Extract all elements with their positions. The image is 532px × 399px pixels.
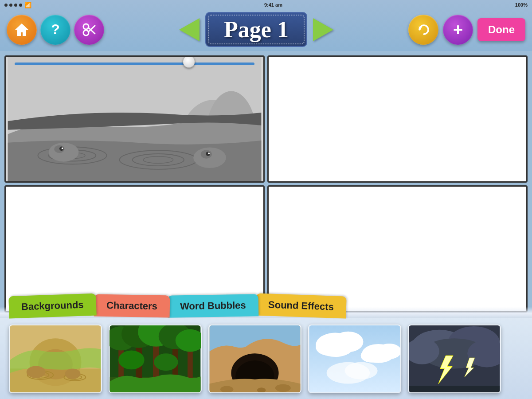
svg-marker-15 (15, 23, 28, 36)
prev-arrow-icon (179, 18, 200, 41)
status-bar: 📶 9:41 am 100% (0, 0, 532, 10)
svg-point-67 (275, 384, 291, 392)
home-button[interactable] (7, 15, 37, 45)
svg-point-77 (345, 362, 378, 379)
thumb-clouds-img (309, 325, 400, 392)
next-page-button[interactable] (312, 18, 335, 41)
page-title-area: Page 1 (104, 12, 408, 47)
tab-area: Backgrounds Characters Word Bubbles Soun… (0, 287, 532, 317)
status-left: 📶 (4, 2, 31, 8)
dot4 (19, 4, 22, 7)
thumbnail-clouds[interactable] (308, 325, 401, 393)
tab-characters-label: Characters (106, 300, 157, 312)
tab-soundeffects-label: Sound Effects (268, 299, 334, 312)
thumb-prehistoric-img (10, 325, 101, 392)
svg-point-16 (83, 24, 89, 29)
svg-point-75 (361, 348, 383, 362)
svg-point-30 (49, 143, 79, 162)
slider-track (15, 63, 254, 65)
svg-point-37 (208, 153, 210, 154)
done-button[interactable]: Done (477, 18, 525, 41)
signal-dots (4, 4, 22, 7)
nav-right: + Done (408, 15, 525, 45)
battery-level: 100% (515, 2, 528, 8)
thumbnail-cave[interactable] (208, 325, 301, 393)
next-arrow-icon (313, 18, 333, 41)
tab-backgrounds-label: Backgrounds (21, 299, 84, 313)
slider-thumb[interactable] (183, 55, 195, 68)
panel-top-left[interactable] (4, 55, 265, 183)
svg-rect-85 (409, 386, 500, 392)
scissors-button[interactable] (74, 15, 104, 45)
add-button[interactable]: + (443, 15, 473, 45)
tab-wordbubbles-label: Word Bubbles (180, 300, 246, 312)
scene-illustration (6, 57, 263, 181)
dot1 (4, 4, 8, 7)
svg-point-46 (27, 366, 46, 378)
tab-backgrounds[interactable]: Backgrounds (8, 293, 96, 319)
prev-page-button[interactable] (178, 18, 201, 41)
thumb-jungle-img (110, 325, 201, 392)
svg-point-61 (154, 353, 178, 371)
dot2 (9, 4, 12, 7)
home-icon (14, 22, 30, 38)
thumb-storm-img (409, 325, 500, 392)
help-button[interactable]: ? (40, 15, 70, 45)
tab-soundeffects[interactable]: Sound Effects (255, 293, 347, 318)
thumbnail-storm[interactable] (408, 325, 501, 393)
wifi-icon: 📶 (24, 2, 31, 8)
help-icon: ? (51, 21, 60, 38)
undo-icon (416, 22, 431, 37)
page-title: Page 1 (224, 17, 289, 42)
main-area (0, 51, 532, 317)
tab-wordbubbles[interactable]: Word Bubbles (167, 294, 258, 318)
scene-slider[interactable] (15, 60, 254, 67)
panel-top-right[interactable] (267, 55, 528, 183)
bottom-gallery (0, 317, 532, 399)
add-icon: + (453, 21, 463, 38)
nav-left: ? (7, 15, 104, 45)
scissors-icon (82, 22, 97, 37)
page-title-box: Page 1 (205, 12, 307, 47)
thumb-cave-img (209, 325, 301, 392)
svg-point-47 (65, 368, 80, 379)
done-label: Done (488, 23, 515, 35)
svg-point-33 (62, 147, 63, 149)
dot3 (14, 4, 17, 7)
undo-button[interactable] (408, 15, 438, 45)
svg-point-17 (83, 30, 89, 35)
thumbnail-prehistoric[interactable] (9, 325, 102, 393)
svg-point-72 (316, 338, 341, 356)
tab-characters[interactable]: Characters (94, 294, 170, 318)
thumbnail-jungle[interactable] (109, 325, 202, 393)
svg-point-34 (193, 147, 226, 168)
svg-point-60 (118, 350, 144, 369)
status-time: 9:41 am (264, 2, 282, 8)
